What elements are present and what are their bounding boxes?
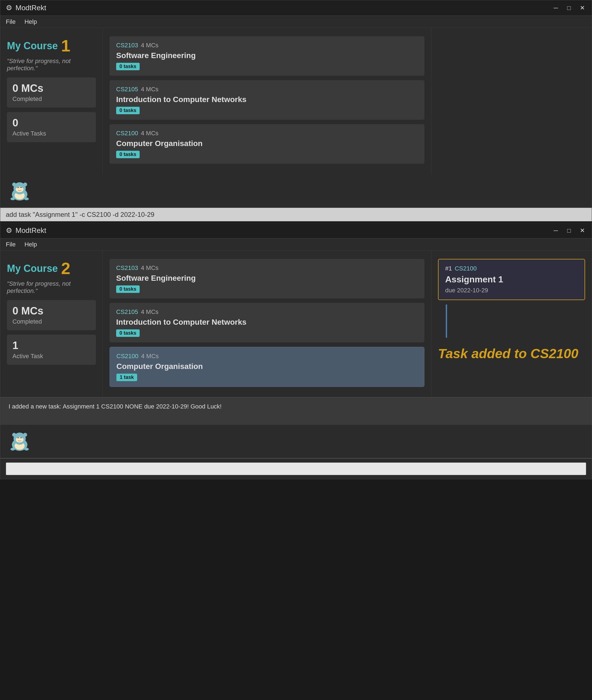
- course-code-cs2100-1: CS2100: [116, 130, 138, 137]
- svg-point-14: [10, 448, 15, 451]
- course-mcs-cs2103-1: 4 MCs: [141, 42, 159, 49]
- task-badge-cs2100-2: 1 task: [116, 374, 137, 381]
- stat-card-tasks-1: 0 Active Tasks: [7, 112, 96, 142]
- task-added-label: Task added to CS2100: [438, 346, 585, 361]
- mascot-icon-2: [9, 430, 31, 453]
- titlebar-controls-2: ─ □ ✕: [552, 227, 586, 235]
- course-code-cs2103-2: CS2103: [116, 265, 138, 272]
- main-content-1: My Course 1 "Strive for progress, not pe…: [0, 28, 592, 175]
- task-badge-cs2105-2: 0 tasks: [116, 329, 140, 337]
- sidebar-quote-2: "Strive for progress, not perfection.": [7, 280, 96, 294]
- titlebar-left-1: ⚙ ModtRekt: [6, 4, 46, 12]
- sidebar-course-title-1: My Course: [7, 40, 58, 52]
- stat-tasks-value-1: 0: [12, 117, 90, 129]
- stat-card-tasks-2: 1 Active Task: [7, 335, 96, 365]
- stat-mcs-value-1: 0 MCs: [12, 82, 90, 94]
- task-card-1[interactable]: #1 CS2100 Assignment 1 due 2022-10-29: [438, 259, 585, 300]
- course-code-row-cs2105-1: CS2105 4 MCs: [116, 86, 418, 93]
- task-due-1: due 2022-10-29: [445, 287, 578, 294]
- course-code-row-cs2100-1: CS2100 4 MCs: [116, 130, 418, 137]
- svg-point-13: [23, 433, 27, 437]
- svg-point-15: [24, 448, 29, 451]
- app-icon-2: ⚙: [6, 226, 12, 235]
- menu-file-1[interactable]: File: [6, 18, 15, 26]
- stat-tasks-label-2: Active Task: [12, 353, 90, 360]
- bottom-input-container-2[interactable]: [0, 458, 592, 479]
- sidebar-2: My Course 2 "Strive for progress, not pe…: [0, 250, 103, 397]
- titlebar-1: ⚙ ModtRekt ─ □ ✕: [0, 0, 592, 16]
- menu-help-2[interactable]: Help: [24, 241, 37, 248]
- svg-point-4: [12, 183, 16, 186]
- course-card-cs2100-2[interactable]: CS2100 4 MCs Computer Organisation 1 tas…: [109, 347, 425, 387]
- course-code-row-cs2105-2: CS2105 4 MCs: [116, 309, 418, 316]
- menu-help-1[interactable]: Help: [24, 18, 37, 26]
- titlebar-2: ⚙ ModtRekt ─ □ ✕: [0, 223, 592, 238]
- course-list-2: CS2103 4 MCs Software Engineering 0 task…: [103, 250, 431, 397]
- chat-area-2: I added a new task: Assignment 1 CS2100 …: [0, 397, 592, 425]
- task-badge-cs2103-1: 0 tasks: [116, 63, 140, 70]
- svg-point-6: [10, 197, 15, 200]
- stat-mcs-label-2: Completed: [12, 318, 90, 325]
- course-code-cs2100-2: CS2100: [116, 353, 139, 360]
- stat-tasks-value-2: 1: [12, 340, 90, 352]
- menubar-1: File Help: [0, 16, 592, 28]
- course-name-cs2100-1: Computer Organisation: [116, 139, 418, 148]
- mascot-icon-1: [9, 180, 31, 202]
- course-card-cs2105-2[interactable]: CS2105 4 MCs Introduction to Computer Ne…: [109, 303, 425, 342]
- right-panel-1: [431, 28, 592, 175]
- course-code-cs2105-1: CS2105: [116, 86, 138, 93]
- command-input-2[interactable]: [6, 462, 586, 475]
- minimize-button-1[interactable]: ─: [552, 4, 560, 12]
- course-card-cs2100-1[interactable]: CS2100 4 MCs Computer Organisation 0 tas…: [109, 124, 425, 164]
- sidebar-header-1: My Course 1: [7, 36, 96, 55]
- maximize-button-2[interactable]: □: [565, 227, 573, 235]
- course-name-cs2105-1: Introduction to Computer Networks: [116, 95, 418, 104]
- sidebar-1: My Course 1 "Strive for progress, not pe…: [0, 28, 103, 175]
- course-mcs-cs2105-2: 4 MCs: [141, 309, 159, 316]
- right-panel-2: #1 CS2100 Assignment 1 due 2022-10-29 Ta…: [431, 250, 592, 397]
- stat-card-mcs-1: 0 MCs Completed: [7, 78, 96, 107]
- task-number-1: #1: [445, 265, 452, 272]
- course-card-cs2103-1[interactable]: CS2103 4 MCs Software Engineering 0 task…: [109, 36, 425, 76]
- course-card-cs2103-2[interactable]: CS2103 4 MCs Software Engineering 0 task…: [109, 259, 425, 298]
- titlebar-controls-1: ─ □ ✕: [552, 4, 586, 12]
- course-name-cs2103-1: Software Engineering: [116, 51, 418, 60]
- command-bar-1[interactable]: add task "Assignment 1" -c CS2100 -d 202…: [0, 208, 592, 221]
- task-course-code-1: CS2100: [455, 265, 477, 272]
- svg-point-3: [16, 187, 23, 192]
- stat-mcs-value-2: 0 MCs: [12, 305, 90, 317]
- course-name-cs2105-2: Introduction to Computer Networks: [116, 318, 418, 327]
- minimize-button-2[interactable]: ─: [552, 227, 560, 235]
- task-badge-cs2103-2: 0 tasks: [116, 285, 140, 293]
- course-name-cs2103-2: Software Engineering: [116, 274, 418, 283]
- course-mcs-cs2100-1: 4 MCs: [141, 130, 159, 137]
- sidebar-course-title-2: My Course: [7, 263, 58, 274]
- mascot-area-2: [0, 425, 592, 458]
- svg-point-5: [23, 183, 27, 186]
- app-icon-1: ⚙: [6, 4, 12, 12]
- sidebar-quote-1: "Strive for progress, not perfection.": [7, 57, 96, 72]
- task-badge-cs2100-1: 0 tasks: [116, 151, 140, 158]
- course-mcs-cs2103-2: 4 MCs: [141, 265, 159, 272]
- maximize-button-1[interactable]: □: [565, 4, 573, 12]
- course-code-cs2105-2: CS2105: [116, 309, 138, 316]
- titlebar-left-2: ⚙ ModtRekt: [6, 226, 46, 235]
- svg-point-11: [16, 437, 23, 442]
- svg-point-12: [12, 433, 16, 437]
- task-name-1: Assignment 1: [445, 274, 578, 285]
- task-card-header-1: #1 CS2100: [445, 265, 578, 272]
- sidebar-header-2: My Course 2: [7, 259, 96, 278]
- mascot-area-1: [0, 175, 592, 208]
- menu-file-2[interactable]: File: [6, 241, 15, 248]
- course-mcs-cs2100-2: 4 MCs: [141, 353, 159, 360]
- stat-mcs-label-1: Completed: [12, 95, 90, 103]
- course-card-cs2105-1[interactable]: CS2105 4 MCs Introduction to Computer Ne…: [109, 80, 425, 120]
- menubar-2: File Help: [0, 238, 592, 250]
- svg-point-7: [24, 197, 29, 200]
- course-code-row-cs2103-1: CS2103 4 MCs: [116, 42, 418, 49]
- close-button-1[interactable]: ✕: [579, 4, 586, 12]
- course-code-row-cs2100-2: CS2100 4 MCs: [116, 353, 417, 360]
- stat-tasks-label-1: Active Tasks: [12, 130, 90, 137]
- close-button-2[interactable]: ✕: [579, 227, 586, 235]
- step-number-1: 1: [61, 36, 70, 55]
